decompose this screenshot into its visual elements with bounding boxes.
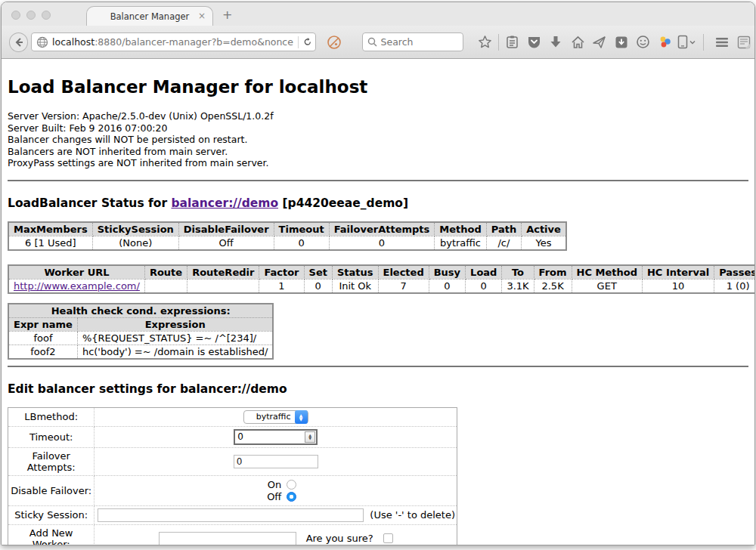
menu-button[interactable] (711, 32, 733, 53)
lbmethod-select[interactable]: bytraffic ▲▼ (243, 410, 308, 424)
col-hc-method: HC Method (572, 265, 642, 280)
browser-window: Balancer Manager × + localhost:8880/bala… (1, 2, 755, 545)
back-button[interactable] (9, 32, 28, 52)
col-timeout: Timeout (274, 222, 329, 236)
toolbar-separator (498, 34, 499, 51)
blocked-content-icon (327, 35, 342, 50)
tab-close-icon[interactable]: × (198, 11, 206, 21)
reading-list-button[interactable] (501, 32, 523, 53)
sticky-session-row: Sticky Session: (Use '-' to delete) (8, 505, 457, 524)
search-input[interactable] (381, 36, 457, 48)
new-tab-button[interactable]: + (222, 9, 232, 21)
send-to-device-icon (592, 36, 606, 49)
lbmethod-selected-value: bytraffic (254, 412, 293, 422)
save-page-button[interactable] (610, 32, 632, 53)
table-header-row: MaxMembers StickySession DisableFailover… (8, 222, 566, 236)
reading-list-icon (506, 35, 519, 49)
tab-bar: Balancer Manager × + (2, 2, 754, 26)
content-blocked-button[interactable] (324, 32, 345, 53)
tab-balancer-manager[interactable]: Balancer Manager × (86, 6, 213, 26)
table-row: foof %{REQUEST_STATUS} =~ /^[234]/ (8, 331, 273, 345)
timeout-input[interactable] (235, 431, 305, 443)
download-arrow-icon (550, 36, 562, 49)
table-header-row: Worker URL Route RouteRedir Factor Set S… (8, 265, 754, 280)
are-you-sure-checkbox[interactable] (383, 533, 393, 543)
off-label: Off (267, 491, 281, 502)
proxypass-warning-line: ProxyPass settings are NOT inherited fro… (8, 157, 748, 169)
col-load: Load (466, 265, 502, 280)
table-row: http://www.example.com/ 1 0 Init Ok 7 0 … (8, 279, 754, 293)
failover-on-option[interactable]: On (96, 479, 296, 490)
radio-on-unchecked[interactable] (287, 480, 296, 490)
pages-button[interactable] (733, 32, 754, 53)
close-window-button[interactable] (11, 11, 20, 20)
tablet-icon (677, 35, 688, 49)
edit-settings-heading: Edit balancer settings for balancer://de… (8, 382, 748, 396)
share-extension-button[interactable] (654, 32, 676, 53)
col-route: Route (144, 265, 187, 280)
edit-balancer-form: LBmethod: bytraffic ▲▼ Timeout: ▲▼ (8, 407, 457, 546)
reload-icon[interactable] (303, 36, 312, 48)
col-hc-interval: HC Interval (642, 265, 714, 280)
download-button[interactable] (545, 32, 567, 53)
minimize-window-button[interactable] (26, 11, 36, 20)
toolbar-separator-2 (703, 34, 704, 51)
number-spinner-icon[interactable]: ▲▼ (305, 431, 315, 443)
col-passes: Passes (714, 265, 754, 280)
disable-failover-row: Disable Failover: On Off (8, 475, 457, 505)
sticky-session-input[interactable] (98, 508, 364, 522)
col-status: Status (332, 265, 378, 280)
add-worker-row: Add New Worker: Are you sure? (8, 524, 457, 545)
timeout-row: Timeout: ▲▼ (8, 426, 457, 447)
col-set: Set (304, 265, 332, 280)
sticky-session-note: (Use '-' to delete) (370, 509, 455, 521)
failover-attempts-input[interactable] (234, 455, 318, 468)
persist-warning-line: Balancer changes will NOT be persisted o… (8, 134, 748, 146)
lbmethod-label: LBmethod: (8, 407, 94, 426)
divider-top (8, 180, 748, 181)
send-to-device-button[interactable] (588, 32, 610, 53)
col-active: Active (522, 222, 566, 236)
col-disablefailover: DisableFailover (178, 222, 274, 236)
add-worker-input[interactable] (159, 532, 296, 545)
col-expr-name: Expr name (8, 317, 77, 331)
table-row: foof2 hc('body') =~ /domain is establish… (8, 345, 273, 359)
sticky-session-label: Sticky Session: (8, 505, 94, 524)
col-elected: Elected (378, 265, 429, 280)
lbmethod-row: LBmethod: bytraffic ▲▼ (8, 407, 457, 426)
window-controls (11, 11, 51, 20)
url-text[interactable]: localhost:8880/balancer-manager?b=demo&n… (52, 36, 293, 48)
server-version-line: Server Version: Apache/2.5.0-dev (Unix) … (8, 110, 748, 122)
col-to: To (502, 265, 534, 280)
share-colors-icon (658, 35, 672, 49)
navigation-toolbar: localhost:8880/balancer-manager?b=demo&n… (2, 26, 754, 59)
balancer-demo-link[interactable]: balancer://demo (171, 196, 278, 210)
pocket-button[interactable] (523, 32, 545, 53)
globe-icon (36, 36, 48, 48)
failover-off-option[interactable]: Off (96, 491, 296, 502)
timeout-label: Timeout: (8, 426, 94, 447)
url-divider (298, 36, 299, 48)
search-icon (367, 37, 377, 47)
col-expression: Expression (77, 317, 273, 331)
radio-off-checked[interactable] (287, 492, 296, 502)
dropdown-caret-icon (689, 40, 696, 45)
on-label: On (268, 479, 281, 490)
status-heading-prefix: LoadBalancer Status for (8, 196, 171, 210)
device-sync-button[interactable] (676, 32, 698, 53)
worker-url-link[interactable]: http://www.example.com/ (14, 280, 140, 292)
bookmark-button[interactable] (474, 32, 496, 53)
home-button[interactable] (567, 32, 589, 53)
col-path: Path (486, 222, 521, 236)
search-bar[interactable] (362, 32, 464, 51)
are-you-sure-label: Are you sure? (306, 533, 373, 544)
table-row: 6 [1 Used] (None) Off 0 0 bytraffic /c/ … (8, 236, 566, 250)
failover-attempts-label: Failover Attempts: (8, 447, 94, 475)
timeout-stepper[interactable]: ▲▼ (234, 429, 318, 445)
feedback-smiley-icon (636, 35, 650, 49)
zoom-window-button[interactable] (42, 11, 51, 20)
feedback-button[interactable] (632, 32, 654, 53)
url-bar[interactable]: localhost:8880/balancer-manager?b=demo&n… (31, 32, 316, 51)
url-host: localhost (52, 36, 94, 48)
table-title-row: Health check cond. expressions: (8, 304, 273, 318)
